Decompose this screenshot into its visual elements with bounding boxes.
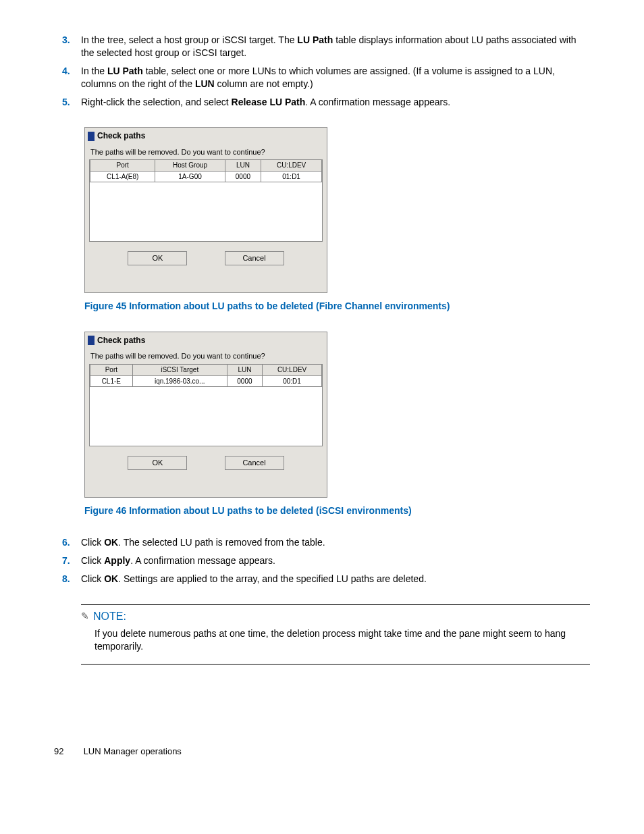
note-heading: ✎ NOTE: xyxy=(81,609,590,624)
step-item: 6.Click OK. The selected LU path is remo… xyxy=(81,536,590,549)
figure-46-caption: Figure 46 Information about LU paths to … xyxy=(84,504,590,517)
check-paths-dialog-iscsi: Check paths The paths will be removed. D… xyxy=(84,332,327,498)
col-culdev: CU:LDEV xyxy=(263,365,322,375)
dialog-message: The paths will be removed. Do you want t… xyxy=(85,143,327,160)
step-item: 8.Click OK. Settings are applied to the … xyxy=(81,573,590,585)
dialog-title: Check paths xyxy=(85,128,327,142)
col-hostgroup: Host Group xyxy=(155,160,225,171)
step-item: 3.In the tree, select a host group or iS… xyxy=(81,34,590,59)
col-lun: LUN xyxy=(227,365,262,375)
step-number: 3. xyxy=(62,34,70,47)
step-number: 5. xyxy=(62,96,70,109)
cell-culdev: 01:D1 xyxy=(261,171,322,182)
page-number: 92 xyxy=(54,746,81,758)
page-footer: 92 LUN Manager operations xyxy=(54,746,590,758)
step-item: 4.In the LU Path table, select one or mo… xyxy=(81,65,590,90)
col-port: Port xyxy=(90,160,155,171)
dialog-title: Check paths xyxy=(85,332,327,347)
note-label: NOTE: xyxy=(93,609,126,624)
note-body: If you delete numerous paths at one time… xyxy=(95,627,590,653)
step-item: 5.Right-click the selection, and select … xyxy=(81,96,590,109)
steps-bottom: 6.Click OK. The selected LU path is remo… xyxy=(54,536,590,585)
cell-hostgroup: 1A-G00 xyxy=(155,171,225,182)
dialog-message: The paths will be removed. Do you want t… xyxy=(85,347,327,364)
cancel-button[interactable]: Cancel xyxy=(225,251,284,265)
cell-culdev: 00:D1 xyxy=(263,375,322,387)
section-title: LUN Manager operations xyxy=(84,746,182,756)
steps-top: 3.In the tree, select a host group or iS… xyxy=(54,34,590,108)
bold-term: Apply xyxy=(104,555,130,566)
col-iscsi: iSCSI Target xyxy=(132,365,227,375)
note-divider-top xyxy=(81,604,590,605)
bold-term: LU Path xyxy=(107,66,143,76)
cell-lun: 0000 xyxy=(225,171,261,182)
bold-term: OK xyxy=(104,537,118,548)
dialog-table: Port Host Group LUN CU:LDEV CL1-A(E8) 1A… xyxy=(89,159,323,242)
title-icon xyxy=(88,132,95,141)
step-number: 6. xyxy=(62,536,70,549)
cell-lun: 0000 xyxy=(227,375,262,387)
step-number: 4. xyxy=(62,65,70,78)
cancel-button[interactable]: Cancel xyxy=(225,456,284,470)
title-icon xyxy=(88,336,95,345)
dialog-table: Port iSCSI Target LUN CU:LDEV CL1-E iqn.… xyxy=(89,364,323,446)
bold-term: LU Path xyxy=(297,34,333,45)
cell-port: CL1-E xyxy=(90,375,133,387)
table-header-row: Port Host Group LUN CU:LDEV xyxy=(90,160,322,171)
step-number: 8. xyxy=(62,573,70,585)
col-lun: LUN xyxy=(225,160,261,171)
note-divider-bottom xyxy=(81,664,590,664)
col-port: Port xyxy=(90,365,133,375)
bold-term: OK xyxy=(104,573,118,584)
col-culdev: CU:LDEV xyxy=(261,160,322,171)
ok-button[interactable]: OK xyxy=(128,456,187,470)
table-row[interactable]: CL1-E iqn.1986-03.co... 0000 00:D1 xyxy=(90,375,322,387)
ok-button[interactable]: OK xyxy=(128,251,187,265)
bold-term: Release LU Path xyxy=(232,97,306,107)
table-row[interactable]: CL1-A(E8) 1A-G00 0000 01:D1 xyxy=(90,171,322,182)
cell-port: CL1-A(E8) xyxy=(90,171,155,182)
dialog-title-text: Check paths xyxy=(97,130,145,141)
step-item: 7.Click Apply. A confirmation message ap… xyxy=(81,554,590,567)
bold-term: LUN xyxy=(195,78,215,89)
note-icon: ✎ xyxy=(81,610,89,623)
check-paths-dialog-fc: Check paths The paths will be removed. D… xyxy=(84,127,327,293)
step-number: 7. xyxy=(62,554,70,567)
figure-45-caption: Figure 45 Information about LU paths to … xyxy=(84,300,590,313)
table-header-row: Port iSCSI Target LUN CU:LDEV xyxy=(90,365,322,375)
dialog-title-text: Check paths xyxy=(97,335,145,346)
cell-iscsi: iqn.1986-03.co... xyxy=(132,375,227,387)
